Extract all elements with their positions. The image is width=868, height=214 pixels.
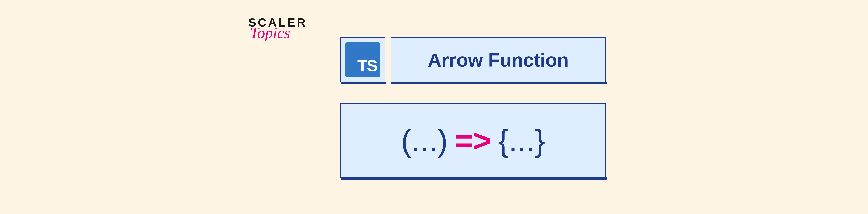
- scaler-topics-logo: SCALER Topics: [248, 15, 307, 42]
- syntax-params: (...): [401, 122, 448, 158]
- title-text: Arrow Function: [428, 49, 569, 71]
- syntax-body: {...}: [498, 122, 545, 158]
- typescript-logo-text: TS: [358, 56, 377, 75]
- typescript-logo: TS: [345, 42, 380, 77]
- title-box: Arrow Function: [391, 37, 606, 82]
- syntax-box: (...) => {...}: [340, 103, 606, 178]
- header-row: TS Arrow Function: [340, 37, 606, 82]
- syntax-arrow: =>: [455, 122, 491, 158]
- typescript-badge-box: TS: [340, 37, 385, 82]
